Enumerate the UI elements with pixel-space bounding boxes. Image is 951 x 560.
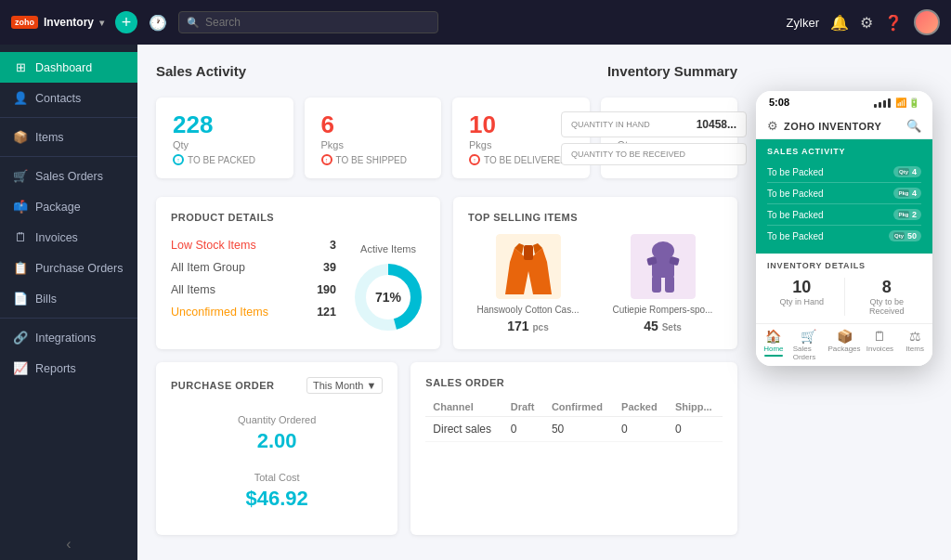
user-name[interactable]: Zylker [787,16,819,30]
sidebar-item-label: Bills [35,293,57,306]
item-1-unit: pcs [533,322,549,332]
mobile-sa-label-1: To be Packed [767,167,824,177]
mobile-sa-badge-4: Qty 50 [889,230,921,241]
product-row-unconfirmed[interactable]: Unconfirmed Items 121 [171,301,336,323]
mobile-sa-value-4: 50 [907,231,917,241]
item-1-count: 171 pcs [468,319,588,333]
shipped-label: TO BE SHIPPED [336,155,408,165]
sidebar-item-bills[interactable]: 📄 Bills [0,283,137,314]
mobile-badge-icon-2: Pkg [898,189,909,197]
inv-qty-received-label: QUANTITY TO BE RECEIVED [571,150,685,159]
item-1-name: Hanswooly Cotton Cas... [468,305,588,315]
sidebar-item-contacts[interactable]: 👤 Contacts [0,83,137,113]
sidebar-item-label: Reports [35,362,76,375]
mobile-nav-invoices[interactable]: 🗒 Invoices [863,324,898,366]
all-items-label: All Items [171,283,215,296]
activity-card-shipped: 6 Pkgs ↑ TO BE SHIPPED [305,98,442,178]
sidebar-item-reports[interactable]: 📈 Reports [0,353,137,384]
po-qty-value: 2.00 [171,429,383,453]
mobile-overlay: 5:08 📶 🔋 ⚙ ZOHO INVENTORY 🔍 [756,91,932,366]
packed-label: TO BE PACKED [188,155,255,165]
po-filter-dropdown[interactable]: This Month ▼ [306,377,383,394]
activity-card-packed: 228 Qty ↑ TO BE PACKED [156,98,293,178]
mobile-nav-packages-label: Packages [827,345,860,353]
mobile-nav-packages[interactable]: 📦 Packages [826,324,862,366]
sidebar: ⊞ Dashboard 👤 Contacts 📦 Items 🛒 Sales O… [0,45,137,560]
settings-icon[interactable]: ⚙ [860,14,873,32]
mobile-nav-items[interactable]: ⚖ Items [897,324,932,366]
bell-icon[interactable]: 🔔 [830,14,849,32]
history-icon[interactable]: 🕐 [149,14,167,32]
sidebar-item-label: Dashboard [35,61,92,74]
svg-rect-14 [665,276,674,293]
search-input[interactable] [205,16,430,29]
mobile-inv-row: 10 Qty in Hand 8 Qty to be Received [767,278,921,316]
unconfirmed-value: 121 [317,306,336,319]
sidebar-collapse-button[interactable]: ‹ [0,528,137,560]
mobile-nav-home[interactable]: 🏠 Home [756,324,791,366]
search-icon: 🔍 [187,17,200,29]
mobile-badge-icon-1: Qty [898,168,909,176]
mobile-sa-badge-3: Pkg 2 [893,209,921,220]
sidebar-item-invoices[interactable]: 🗒 Invoices [0,222,137,253]
item-2-name: Cutiepie Rompers-spo... [603,305,723,315]
delivered-unit: Pkgs [469,139,573,150]
package-icon: 📫 [13,200,28,214]
top-selling-card: TOP SELLING ITEMS [453,197,737,349]
mobile-sa-label-3: To be Packed [767,210,824,220]
donut-chart-area: Active Items 71% [351,243,425,334]
item-group-value: 39 [323,261,336,274]
mobile-sa-row-1: To be Packed Qty 4 [767,162,921,183]
mobile-search-icon[interactable]: 🔍 [906,119,921,133]
item-2-count-val: 45 [644,319,658,333]
sidebar-item-integrations[interactable]: 🔗 Integrations [0,322,137,353]
main-layout: ⊞ Dashboard 👤 Contacts 📦 Items 🛒 Sales O… [0,45,951,560]
product-row-item-group[interactable]: All Item Group 39 [171,256,336,279]
sidebar-item-items[interactable]: 📦 Items [0,122,137,152]
sidebar-item-dashboard[interactable]: ⊞ Dashboard [0,52,137,83]
sidebar-item-sales-orders[interactable]: 🛒 Sales Orders [0,161,137,191]
mobile-settings-icon[interactable]: ⚙ [767,119,778,133]
sidebar-item-purchase-orders[interactable]: 📋 Purchase Orders [0,253,137,283]
dashboard-icon: ⊞ [13,60,28,74]
so-col-shipped: Shipp... [668,397,723,417]
top-selling-title: TOP SELLING ITEMS [468,212,723,223]
mobile-sa-label-4: To be Packed [767,231,824,241]
mobile-nav-sales[interactable]: 🛒 Sales Orders [791,324,827,366]
packed-unit: Qty [173,139,277,150]
inventory-summary-title: Inventory Summary [607,63,737,79]
product-row-all-items[interactable]: All Items 190 [171,279,336,301]
signal-bar-2 [879,102,881,108]
mobile-sa-row-4: To be Packed Qty 50 [767,226,921,246]
sidebar-item-package[interactable]: 📫 Package [0,191,137,222]
sidebar-divider-3 [0,318,137,319]
product-row-low-stock[interactable]: Low Stock Items 3 [171,234,336,256]
low-stock-label: Low Stock Items [171,239,256,252]
mobile-inv-item-hand: 10 Qty in Hand [767,278,837,316]
table-row: Direct sales 0 50 0 0 [425,417,723,442]
sales-activity-title: Sales Activity [156,63,246,79]
add-button[interactable]: + [115,11,137,33]
donut-label: Active Items [360,243,416,254]
signal-bar-3 [883,100,886,108]
sidebar-item-label: Contacts [35,92,81,105]
mobile-packages-icon: 📦 [837,329,853,344]
po-header: PURCHASE ORDER This Month ▼ [171,377,383,394]
app-chevron[interactable]: ▾ [99,18,104,28]
sidebar-divider [0,117,137,118]
donut-chart: 71% [351,260,425,334]
romper-svg [631,234,696,299]
so-col-draft: Draft [503,397,544,417]
mobile-inv-divider [844,278,845,316]
inv-qty-hand-label: QUANTITY IN HAND [571,120,650,129]
help-icon[interactable]: ❓ [884,14,903,32]
user-avatar[interactable] [914,9,940,35]
so-col-packed: Packed [614,397,668,417]
mobile-bottom-nav: 🏠 Home 🛒 Sales Orders 📦 Packages 🗒 Invoi… [756,323,932,366]
po-title: PURCHASE ORDER [171,380,275,391]
bills-icon: 📄 [13,292,28,306]
mobile-sa-title: SALES ACTIVITY [767,147,921,156]
so-channel: Direct sales [425,417,502,442]
mobile-badge-icon-4: Qty [893,232,905,240]
mobile-sa-value-1: 4 [912,167,917,176]
